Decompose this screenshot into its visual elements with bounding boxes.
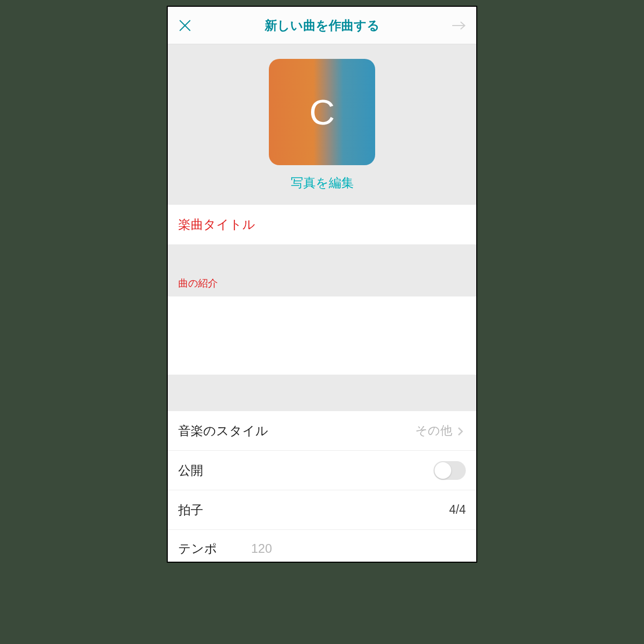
row-value: 4/4 (449, 503, 466, 517)
row-label: 公開 (178, 462, 203, 479)
compose-song-screen: 新しい曲を作曲する C 写真を編集 楽曲タイトル 曲の紹介 音楽のスタイル その… (167, 6, 477, 563)
row-music-style[interactable]: 音楽のスタイル その他 (168, 411, 476, 451)
row-label: テンポ (178, 540, 251, 557)
song-title-input[interactable]: 楽曲タイトル (168, 205, 476, 244)
spacer (168, 244, 476, 274)
row-tempo[interactable]: テンポ 120 (168, 530, 476, 563)
row-label: 拍子 (178, 502, 203, 518)
page-title: 新しい曲を作曲する (193, 17, 451, 34)
cover-art[interactable]: C (269, 59, 375, 165)
edit-photo-button[interactable]: 写真を編集 (291, 175, 354, 191)
row-public: 公開 (168, 451, 476, 490)
public-toggle[interactable] (434, 461, 466, 480)
row-meter[interactable]: 拍子 4/4 (168, 490, 476, 530)
settings-list: 音楽のスタイル その他 公開 拍子 4/4 テンポ 120 (168, 411, 476, 563)
toggle-knob (435, 462, 451, 479)
intro-label: 曲の紹介 (168, 274, 476, 296)
header-bar: 新しい曲を作曲する (168, 7, 476, 44)
cover-letter: C (309, 92, 335, 132)
row-value: その他 (415, 423, 452, 439)
chevron-right-icon (457, 427, 466, 435)
cover-section: C 写真を編集 (168, 44, 476, 205)
row-label: 音楽のスタイル (178, 423, 268, 439)
song-intro-input[interactable] (168, 296, 476, 375)
next-arrow-icon[interactable] (451, 18, 467, 33)
close-icon[interactable] (177, 18, 193, 33)
tempo-value: 120 (251, 541, 272, 556)
spacer (168, 375, 476, 411)
